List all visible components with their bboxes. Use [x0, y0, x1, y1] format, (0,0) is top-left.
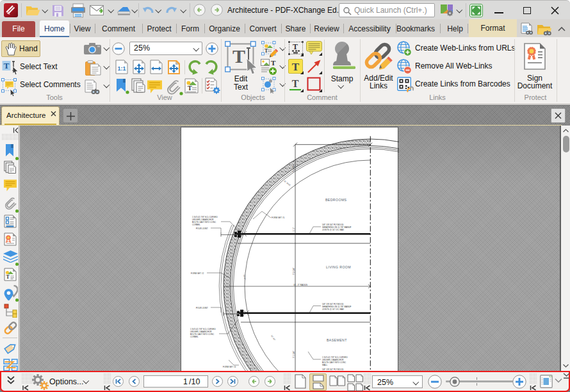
svg-text:1:1: 1:1: [117, 65, 126, 72]
svg-text:T: T: [188, 85, 192, 92]
svg-text:T: T: [6, 274, 10, 280]
svg-text:9'-1 7/8": 9'-1 7/8": [293, 165, 295, 172]
svg-text:BASEMENT: BASEMENT: [327, 338, 347, 342]
svg-text:16'-2": 16'-2": [243, 274, 246, 279]
svg-text:22. RISE: 22. RISE: [283, 180, 291, 187]
svg-text:12'-10": 12'-10": [270, 334, 276, 341]
svg-text:T: T: [232, 45, 245, 67]
svg-text:FORM SET #2: FORM SET #2: [191, 272, 204, 275]
svg-text:WALL: WALL: [322, 364, 328, 366]
svg-text:T: T: [293, 42, 298, 51]
svg-text:1'-1": 1'-1": [293, 227, 295, 231]
svg-text:BEDROOMS: BEDROOMS: [325, 198, 347, 202]
svg-text:T: T: [292, 61, 300, 73]
svg-text:CORBEL: CORBEL: [192, 224, 200, 226]
svg-text:POUR JOINT: POUR JOINT: [196, 227, 208, 230]
svg-text:T: T: [4, 61, 10, 70]
svg-text:T: T: [265, 48, 268, 54]
svg-text:9'-3 3/4": 9'-3 3/4": [293, 268, 295, 275]
svg-text:T: T: [271, 59, 276, 67]
svg-text:JOISTS @ 16" O/C MAX: JOISTS @ 16" O/C MAX: [322, 229, 344, 231]
svg-text:FORM SET #5: FORM SET #5: [272, 216, 285, 219]
svg-text:CORBEL: CORBEL: [190, 336, 199, 338]
svg-text:FORM SET #4: FORM SET #4: [223, 366, 236, 368]
svg-text:9'-1 3/4": 9'-1 3/4": [293, 351, 295, 358]
svg-text:LIVING ROOM: LIVING ROOM: [326, 265, 351, 269]
svg-text:JOISTS @ 16" O/C MAX: JOISTS @ 16" O/C MAX: [322, 308, 344, 311]
svg-text:16' - 3" RADIUS: 16' - 3" RADIUS: [293, 284, 307, 286]
svg-text:POUR JOINT: POUR JOINT: [196, 307, 208, 309]
svg-text:T: T: [292, 78, 299, 89]
